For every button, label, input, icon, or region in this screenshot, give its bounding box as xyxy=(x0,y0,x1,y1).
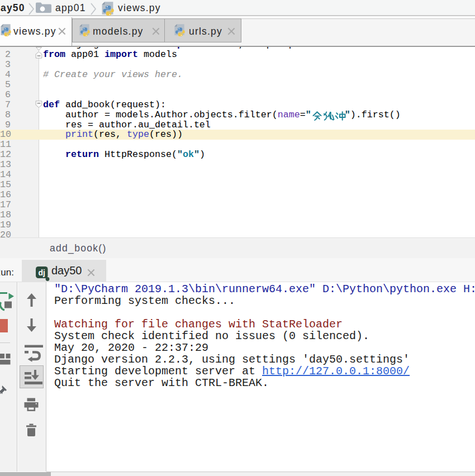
svg-text:dj: dj xyxy=(38,268,45,277)
